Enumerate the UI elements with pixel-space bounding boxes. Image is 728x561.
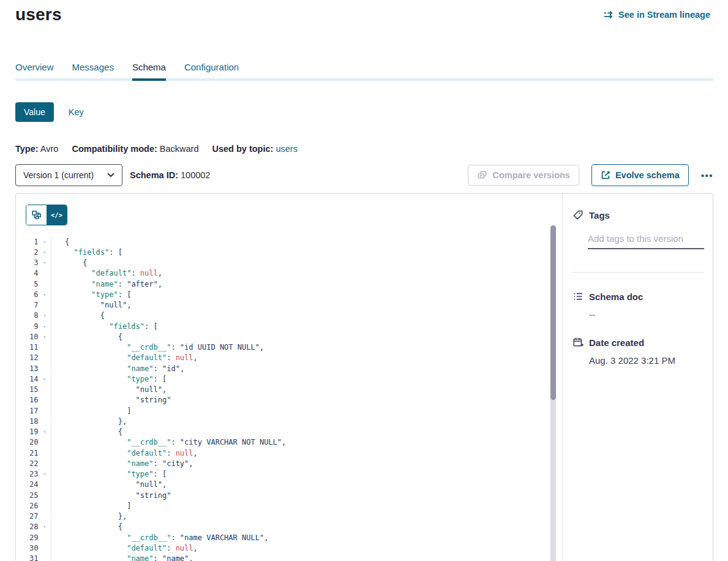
- fold-toggle-icon[interactable]: ▾: [38, 471, 51, 477]
- schema-doc-heading: Schema doc: [589, 292, 643, 302]
- fold-toggle-icon[interactable]: ▾: [38, 260, 51, 266]
- code-text: "__crdb__": "name VARCHAR NULL",: [51, 533, 268, 542]
- code-text: "__crdb__": "city VARCHAR NOT NULL",: [51, 438, 286, 446]
- line-number: 29: [16, 533, 38, 542]
- evolve-schema-button[interactable]: Evolve schema: [591, 164, 689, 186]
- code-line: 5 "name": "after",: [16, 279, 562, 289]
- fold-toggle-icon[interactable]: ▾: [38, 376, 51, 382]
- gutter: 4: [16, 268, 51, 279]
- fold-toggle-icon[interactable]: ▾: [38, 292, 51, 298]
- evolve-schema-label: Evolve schema: [615, 170, 680, 180]
- meta-type-label: Type:: [15, 144, 39, 154]
- fold-toggle-icon[interactable]: ▾: [38, 429, 51, 435]
- fold-toggle-icon[interactable]: ▾: [38, 312, 51, 318]
- gutter: 11: [16, 342, 51, 353]
- meta-type: Type: Avro: [15, 144, 58, 154]
- code-text: "fields": [: [51, 248, 122, 257]
- gutter: 15: [16, 385, 51, 395]
- gutter: 10▾: [16, 331, 51, 342]
- code-line: 8▾ {: [16, 311, 562, 321]
- fold-toggle-icon[interactable]: ▾: [38, 524, 51, 530]
- meta-compatibility: Compatibility mode: Backward: [72, 144, 198, 154]
- code-line: 28▾ {: [16, 522, 562, 532]
- line-number: 15: [16, 385, 38, 394]
- version-select-value: Version 1 (current): [23, 170, 107, 180]
- meta-compatibility-label: Compatibility mode:: [72, 144, 157, 154]
- gutter: 21: [16, 448, 51, 458]
- gutter: 26: [16, 500, 51, 511]
- code-text: {: [51, 311, 105, 320]
- code-text: {: [51, 522, 122, 531]
- code-line: 11 "__crdb__": "id UUID NOT NULL",: [16, 342, 562, 353]
- tab-bar: Overview Messages Schema Configuration: [15, 62, 713, 81]
- code-view-icon: </>: [51, 211, 62, 219]
- mode-toggle: Value Key: [15, 102, 713, 122]
- value-toggle-button[interactable]: Value: [15, 102, 54, 122]
- tags-heading: Tags: [589, 210, 610, 220]
- more-options-icon[interactable]: •••: [701, 171, 713, 180]
- fold-toggle-icon[interactable]: ▾: [38, 334, 51, 340]
- header: users See in Stream lineage: [15, 5, 713, 32]
- code-line: 2▾ "fields": [: [16, 247, 562, 257]
- line-number: 22: [16, 459, 38, 468]
- gutter: 8▾: [16, 311, 51, 321]
- fold-toggle-icon[interactable]: ▾: [38, 239, 51, 245]
- line-number: 1: [16, 238, 38, 246]
- gutter: 28▾: [16, 522, 51, 532]
- line-number: 16: [16, 396, 38, 404]
- code-line: 4 "default": null,: [16, 268, 562, 279]
- gutter: 12: [16, 353, 51, 363]
- meta-topic-label: Used by topic:: [212, 144, 273, 154]
- gutter: 16: [16, 395, 51, 405]
- code-text: "string": [51, 396, 171, 404]
- code-line: 13 "name": "id",: [16, 363, 562, 374]
- edit-icon: [601, 170, 610, 180]
- code-line: 7 "null",: [16, 300, 562, 311]
- version-select[interactable]: Version 1 (current): [15, 164, 122, 186]
- stream-lineage-icon: [604, 10, 614, 20]
- tab-schema[interactable]: Schema: [132, 62, 166, 81]
- gutter: 24: [16, 480, 51, 490]
- code-text: "__crdb__": "id UUID NOT NULL",: [51, 343, 264, 352]
- code-text: "default": null,: [51, 544, 198, 552]
- stream-lineage-link[interactable]: See in Stream lineage: [604, 10, 710, 20]
- action-buttons: Compare versions Evolve schema •••: [468, 164, 713, 186]
- code-line: 20 "__crdb__": "city VARCHAR NOT NULL",: [16, 437, 562, 448]
- tab-messages[interactable]: Messages: [72, 62, 114, 78]
- editor-view-toggle: </>: [26, 205, 67, 225]
- code-line: 1▾{: [16, 236, 562, 247]
- tags-input[interactable]: [588, 233, 704, 249]
- code-text: "null",: [51, 301, 131, 309]
- fold-toggle-icon[interactable]: ▾: [38, 323, 51, 329]
- code-text: "type": [: [51, 375, 167, 383]
- tree-view-button[interactable]: [26, 205, 47, 225]
- line-number: 28: [16, 522, 38, 531]
- meta-type-value: Avro: [40, 144, 59, 154]
- code-view-button[interactable]: </>: [47, 205, 67, 225]
- compare-versions-button[interactable]: Compare versions: [468, 165, 579, 186]
- tab-configuration[interactable]: Configuration: [184, 62, 239, 78]
- code-text: "name": "name",: [51, 554, 193, 561]
- code-text: ]: [51, 502, 131, 510]
- code-line: 23▾ "type": [: [16, 469, 562, 480]
- editor-scrollbar-thumb[interactable]: [550, 225, 556, 400]
- code-text: "null",: [51, 480, 167, 489]
- gutter: 23▾: [16, 469, 51, 480]
- topic-link[interactable]: users: [276, 144, 297, 154]
- date-created-heading: Date created: [589, 337, 644, 348]
- code-line: 26 ]: [16, 500, 562, 511]
- code-text: "null",: [51, 385, 167, 394]
- fold-toggle-icon[interactable]: ▾: [38, 249, 51, 255]
- line-number: 3: [16, 258, 38, 267]
- stream-lineage-label: See in Stream lineage: [618, 10, 710, 20]
- gutter: 5: [16, 279, 51, 289]
- schema-id-value: 100002: [181, 170, 210, 180]
- code-text: "string": [51, 491, 171, 500]
- code-line: 3▾ {: [16, 258, 562, 268]
- code-text: },: [51, 512, 127, 521]
- tab-overview[interactable]: Overview: [15, 62, 54, 78]
- editor-scrollbar-track[interactable]: [550, 225, 556, 561]
- code-text: {: [51, 258, 87, 267]
- key-toggle-link[interactable]: Key: [69, 107, 84, 117]
- line-number: 11: [16, 343, 38, 352]
